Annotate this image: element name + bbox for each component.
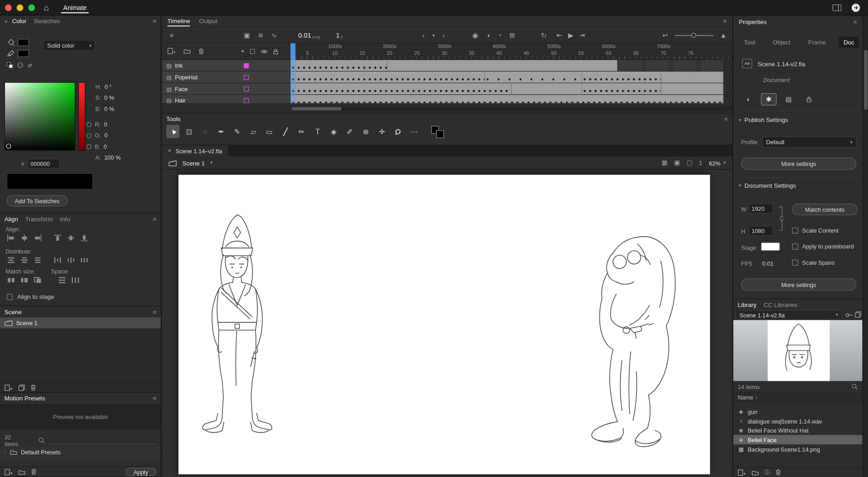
timeline-horizontal-scrollbar[interactable] xyxy=(290,107,732,111)
layer-stack-icon[interactable]: ≡ xyxy=(169,32,174,39)
frame-span[interactable] xyxy=(511,83,582,94)
delete-preset-icon[interactable] xyxy=(31,469,37,475)
publish-more-settings-button[interactable]: More settings xyxy=(741,157,856,170)
library-item-row[interactable]: Background-Scene1.14.png xyxy=(733,444,863,454)
close-window-button[interactable] xyxy=(5,4,12,11)
document-tab[interactable]: ✕ Scene 1.14–v2.fla xyxy=(162,146,227,156)
collapse-section-icon[interactable]: ▾ xyxy=(739,117,741,122)
swap-colors-icon[interactable]: ⇄ xyxy=(28,63,32,68)
current-frame-value[interactable]: 1 xyxy=(336,32,339,39)
step-forward-button[interactable]: › xyxy=(443,32,445,39)
space-horizontal-button[interactable] xyxy=(70,276,81,285)
library-item-name[interactable]: Background-Scene1.14.png xyxy=(748,446,820,453)
delete-layer-icon[interactable] xyxy=(198,48,204,54)
distribute-bottom-button[interactable] xyxy=(32,256,43,265)
library-name-column-header[interactable]: Name↓ xyxy=(733,392,863,402)
stroke-color-swatch[interactable] xyxy=(18,50,29,57)
properties-tab[interactable]: Tool xyxy=(739,37,760,48)
zoom-stepper[interactable]: ▲▼ xyxy=(699,160,702,165)
new-folder-icon[interactable] xyxy=(18,469,25,474)
layer-color-swatch[interactable] xyxy=(244,63,249,68)
lasso-tool[interactable]: ◌ xyxy=(198,125,212,138)
fill-color-chip[interactable] xyxy=(436,131,444,138)
layer-name-pane[interactable]: ▤ Face xyxy=(162,83,290,94)
free-transform-tool[interactable]: ⊡ xyxy=(183,125,196,138)
tab-tools[interactable]: Tools xyxy=(166,115,180,122)
fps-value[interactable]: 0.01 xyxy=(298,32,311,39)
show-hide-layers-icon[interactable] xyxy=(260,49,268,54)
link-dimensions-icon[interactable] xyxy=(778,206,783,231)
default-colors-icon[interactable] xyxy=(7,62,13,68)
document-more-settings-button[interactable]: More settings xyxy=(741,278,856,291)
frame-span[interactable] xyxy=(582,72,662,83)
eyedropper-tool[interactable]: ✐ xyxy=(343,125,356,138)
frame-span[interactable] xyxy=(661,72,723,83)
close-document-icon[interactable]: ✕ xyxy=(167,148,171,154)
layer-name[interactable]: PopeHat xyxy=(175,74,241,81)
match-height-button[interactable] xyxy=(19,276,30,285)
timeline-zoom-icon[interactable]: ▲ xyxy=(720,32,727,39)
frame-span[interactable] xyxy=(290,95,723,103)
stroke-color-control[interactable] xyxy=(7,50,29,57)
scene-name[interactable]: Scene 1 xyxy=(16,320,37,326)
alpha-value[interactable]: 100 % xyxy=(104,154,121,161)
publish-cache-icon[interactable]: ◐ xyxy=(741,93,757,106)
panel-menu-icon[interactable]: ≡ xyxy=(153,18,156,24)
green-radio[interactable] xyxy=(87,133,92,138)
zoom-level-select[interactable]: 62% ▾ xyxy=(709,160,726,166)
fluid-brush-tool[interactable]: ✏ xyxy=(295,125,308,138)
highlight-layers-icon[interactable]: ● xyxy=(241,48,244,54)
layer-frames-track[interactable] xyxy=(290,95,732,103)
asset-warp-tool[interactable]: ⊛ xyxy=(359,125,372,138)
panel-menu-icon[interactable]: ≡ xyxy=(723,18,727,24)
blue-radio[interactable] xyxy=(87,144,92,149)
tab-timeline[interactable]: Timeline xyxy=(167,15,190,26)
new-symbol-icon[interactable] xyxy=(738,469,746,476)
timeline-zoom-slider[interactable] xyxy=(675,35,714,36)
guides-icon[interactable]: ▤ xyxy=(781,93,796,106)
line-tool[interactable]: ╱ xyxy=(279,125,292,138)
delete-scene-icon[interactable] xyxy=(30,385,36,390)
frame-rate-display[interactable]: 0.01FPS 1F xyxy=(298,27,343,44)
stage-camera-icon[interactable]: ▣ xyxy=(674,159,680,166)
align-vertical-center-button[interactable] xyxy=(65,234,76,243)
home-icon[interactable]: ⌂ xyxy=(44,3,49,12)
edit-document-icon[interactable]: ✱ xyxy=(761,93,776,106)
new-preset-icon[interactable] xyxy=(5,468,13,475)
library-item-name[interactable]: dialogue seqScene 1.14.wav xyxy=(748,418,822,424)
timeline-layer-row[interactable]: ▤ Hair xyxy=(162,95,732,103)
new-library-panel-icon[interactable] xyxy=(855,311,862,318)
hue-value[interactable]: 0 ° xyxy=(105,83,112,90)
layer-name-pane[interactable]: ▤ Ink xyxy=(162,60,290,71)
add-scene-icon[interactable] xyxy=(5,384,13,391)
play-button[interactable]: ▶ xyxy=(568,32,573,39)
layer-name[interactable]: Face xyxy=(175,85,241,92)
layer-frames-track[interactable] xyxy=(290,60,732,71)
preset-folder-name[interactable]: Default Presets xyxy=(21,449,61,456)
timeline-layer-row[interactable]: ▤ Ink xyxy=(162,60,732,72)
brush-tool[interactable]: ✒ xyxy=(214,125,227,138)
layer-name-pane[interactable]: ▤ Hair xyxy=(162,95,290,103)
frame-span[interactable] xyxy=(290,72,485,83)
align-right-button[interactable] xyxy=(32,234,43,243)
scale-content-checkbox[interactable] xyxy=(792,227,798,233)
no-color-icon[interactable] xyxy=(17,62,23,68)
library-item-row[interactable]: gun xyxy=(733,407,863,416)
app-tab-animate[interactable]: Animate xyxy=(61,0,89,15)
align-left-button[interactable] xyxy=(5,234,16,243)
align-to-stage-checkbox[interactable] xyxy=(7,294,13,300)
frame-span[interactable] xyxy=(290,83,511,94)
paint-bucket-tool[interactable]: ◈ xyxy=(327,125,340,138)
apply-to-pasteboard-checkbox[interactable] xyxy=(792,243,798,249)
match-contents-button[interactable]: Match contents xyxy=(792,204,857,215)
library-item-name[interactable]: gun xyxy=(748,408,757,415)
align-top-button[interactable] xyxy=(52,234,63,243)
layer-color-swatch[interactable] xyxy=(244,75,249,80)
layer-frames-track[interactable] xyxy=(290,83,732,94)
scrollbar-thumb[interactable] xyxy=(864,50,867,110)
stage-height-input[interactable] xyxy=(749,226,773,236)
timeline-zoom-knob[interactable] xyxy=(691,33,696,38)
saturation-value[interactable]: 0 % xyxy=(104,94,114,101)
distribute-left-button[interactable] xyxy=(52,256,63,265)
playhead[interactable] xyxy=(290,43,295,103)
